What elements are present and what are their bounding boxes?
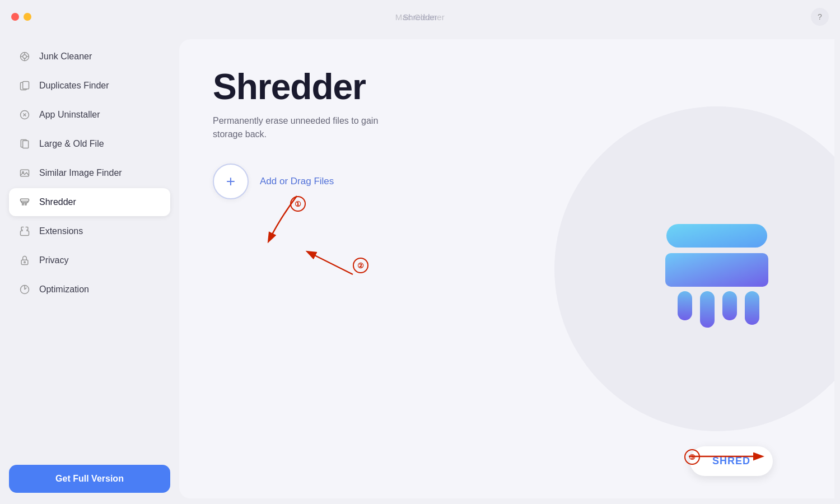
annotation-circle-3: ③: [684, 449, 700, 465]
sidebar-item-large-old-file[interactable]: Large & Old File: [9, 130, 170, 158]
sidebar: Junk Cleaner Duplicates Finder: [0, 34, 179, 504]
image-icon: [18, 166, 31, 180]
traffic-lights: [11, 13, 31, 21]
broom-icon: [18, 50, 31, 63]
svg-point-1: [23, 55, 27, 59]
page-subtitle: Permanently erase unneeded files to gain…: [213, 114, 392, 141]
minimize-button[interactable]: [24, 13, 31, 21]
get-full-version-button[interactable]: Get Full Version: [9, 465, 170, 493]
sidebar-item-label: Shredder: [39, 197, 76, 207]
duplicate-icon: [18, 79, 31, 92]
sidebar-item-label: Privacy: [39, 255, 68, 265]
sidebar-item-privacy[interactable]: Privacy: [9, 246, 170, 274]
close-button[interactable]: [11, 13, 19, 21]
deco-circle: [554, 106, 834, 431]
extensions-icon: [18, 225, 31, 238]
svg-rect-23: [21, 260, 28, 264]
annotation-circle-1: ①: [290, 196, 306, 212]
optimization-icon: [18, 283, 31, 296]
shredder-illustration: [655, 207, 778, 330]
svg-line-19: [26, 203, 27, 206]
sidebar-item-label: Optimization: [39, 284, 89, 295]
plus-icon: +: [226, 174, 235, 189]
sidebar-item-similar-image-finder[interactable]: Similar Image Finder: [9, 159, 170, 187]
svg-rect-28: [665, 253, 768, 287]
sidebar-item-label: App Uninstaller: [39, 110, 100, 120]
svg-rect-27: [666, 224, 767, 248]
help-button[interactable]: ?: [811, 8, 829, 26]
svg-rect-31: [722, 291, 737, 320]
sidebar-item-junk-cleaner[interactable]: Junk Cleaner: [9, 43, 170, 71]
add-files-label: Add or Drag Files: [260, 176, 334, 187]
annotation-circle-2: ②: [353, 258, 368, 273]
svg-rect-32: [745, 291, 759, 325]
sidebar-item-optimization[interactable]: Optimization: [9, 276, 170, 304]
svg-line-17: [24, 203, 24, 206]
main-layout: Junk Cleaner Duplicates Finder: [0, 34, 840, 504]
privacy-icon: [18, 254, 31, 267]
svg-rect-30: [700, 291, 715, 328]
annotation-arrow-1: [235, 190, 325, 258]
annotation-1: ①: [290, 196, 306, 212]
svg-rect-12: [23, 141, 29, 148]
svg-point-24: [24, 262, 26, 263]
file-icon: [18, 137, 31, 151]
svg-rect-15: [21, 199, 29, 201]
sidebar-item-extensions[interactable]: Extensions: [9, 217, 170, 245]
svg-rect-13: [21, 170, 29, 176]
nav-list: Junk Cleaner Duplicates Finder: [9, 43, 170, 456]
shredder-nav-icon: [18, 195, 31, 209]
sidebar-item-label: Large & Old File: [39, 139, 104, 149]
page-header-title: Shredder: [403, 12, 437, 22]
titlebar: Mac Cleaner Shredder ?: [0, 0, 840, 34]
sidebar-item-duplicates-finder[interactable]: Duplicates Finder: [9, 72, 170, 100]
shred-button[interactable]: SHRED: [690, 446, 773, 476]
add-files-button[interactable]: +: [213, 164, 249, 199]
page-heading: Shredder: [213, 67, 801, 106]
annotation-3: ③: [684, 449, 700, 465]
sidebar-item-label: Duplicates Finder: [39, 81, 109, 91]
svg-rect-29: [678, 291, 692, 320]
annotation-2: ②: [353, 258, 368, 273]
uninstall-icon: [18, 108, 31, 122]
sidebar-item-label: Junk Cleaner: [39, 52, 92, 62]
svg-rect-7: [23, 82, 29, 89]
sidebar-item-shredder[interactable]: Shredder: [9, 188, 170, 216]
shred-button-container: SHRED: [690, 446, 773, 476]
sidebar-item-app-uninstaller[interactable]: App Uninstaller: [9, 101, 170, 129]
sidebar-item-label: Similar Image Finder: [39, 168, 122, 178]
sidebar-item-label: Extensions: [39, 226, 83, 236]
content-area: Shredder Permanently erase unneeded file…: [179, 39, 834, 498]
